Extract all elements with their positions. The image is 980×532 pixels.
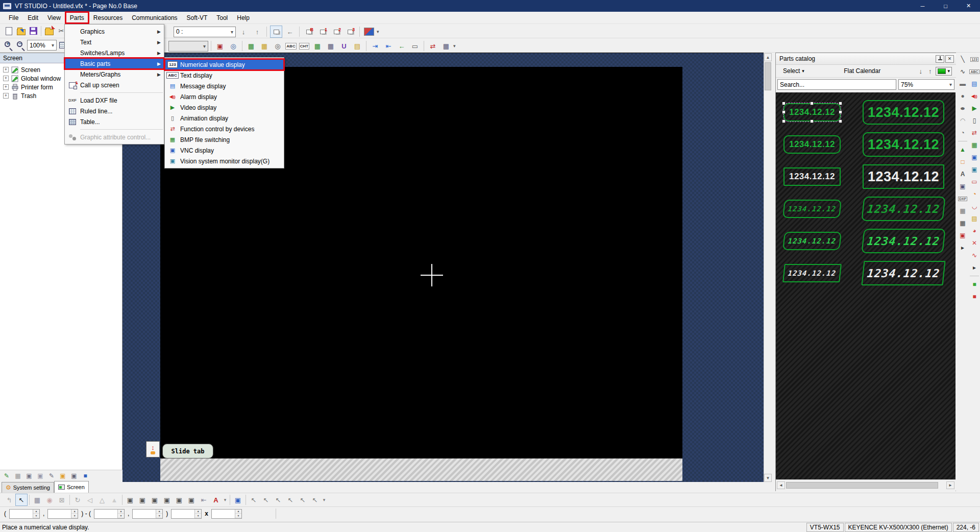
- freeline-icon[interactable]: ∿: [958, 66, 968, 77]
- catalog-item[interactable]: 1234.12.12: [783, 135, 841, 154]
- catalog-item[interactable]: 1234.12.12: [861, 229, 945, 253]
- select-cursor-icon[interactable]: ↖: [15, 494, 28, 506]
- trend-graph-icon[interactable]: ∿: [969, 250, 979, 260]
- export-button[interactable]: [43, 25, 55, 37]
- zoom-combo[interactable]: 100%▾: [27, 40, 57, 51]
- window-3-button[interactable]: 3: [344, 26, 356, 37]
- sector-icon[interactable]: ◔: [958, 128, 968, 138]
- align-right-icon[interactable]: ▣: [185, 494, 198, 506]
- open-screen-icon[interactable]: ▣: [58, 471, 68, 480]
- switch-red-icon[interactable]: ■: [969, 292, 979, 302]
- menu-soft-vt[interactable]: Soft-VT: [182, 12, 212, 23]
- scrollbar-thumb[interactable]: [786, 482, 938, 489]
- menu-item-table[interactable]: Table...: [65, 116, 164, 127]
- parts-color-button[interactable]: [363, 26, 375, 38]
- pick-display-icon[interactable]: ↖: [284, 494, 297, 506]
- polygon-icon[interactable]: ●: [958, 91, 968, 101]
- grid-plus-button[interactable]: ▦: [440, 40, 452, 52]
- swap-device-button[interactable]: ⇄: [427, 40, 439, 52]
- align-left-icon[interactable]: ▣: [173, 494, 185, 506]
- zoom-in-button[interactable]: +: [3, 39, 15, 52]
- memo-button[interactable]: ▤: [351, 40, 363, 52]
- underline-button[interactable]: U: [338, 40, 350, 52]
- message-display-icon[interactable]: ▤: [969, 79, 979, 89]
- jump-in-button[interactable]: ⇥: [369, 40, 381, 52]
- catalog-close-button[interactable]: ✕: [945, 55, 954, 63]
- more-draw-icon[interactable]: ▸: [958, 243, 968, 253]
- copy-screen-icon[interactable]: ▣: [24, 471, 34, 480]
- jump-out-button[interactable]: ⇤: [382, 40, 395, 52]
- pick-graph-icon[interactable]: ↖: [297, 494, 309, 506]
- submenu-item-text-display[interactable]: ABC Text display: [165, 70, 284, 81]
- x1-input[interactable]: ▲▼: [9, 509, 40, 519]
- submenu-item-function-control[interactable]: ⇄ Function control by devices: [165, 124, 284, 134]
- line-graph-icon[interactable]: ✕: [969, 238, 979, 248]
- menu-item-load-dxf[interactable]: DXF Load DXF file: [65, 95, 164, 106]
- tab-system-setting[interactable]: ⚙ System setting: [2, 482, 54, 493]
- chevron-down-icon[interactable]: ▾: [377, 29, 379, 34]
- scroll-left-icon[interactable]: ◄: [777, 481, 785, 489]
- width-input[interactable]: ▲▼: [171, 509, 202, 519]
- chevron-down-icon[interactable]: ▾: [453, 43, 456, 49]
- submenu-item-message-display[interactable]: ▤ Message display: [165, 81, 284, 91]
- catalog-item[interactable]: 1234.12.12: [783, 167, 841, 186]
- library-icon[interactable]: ■: [80, 471, 90, 480]
- vision-monitor-icon[interactable]: ▣: [969, 164, 979, 175]
- close-button[interactable]: ✕: [957, 0, 980, 12]
- category-next-button[interactable]: ↑: [926, 67, 934, 75]
- back-screen-button[interactable]: ←: [284, 26, 296, 38]
- catalog-item-selected[interactable]: 1234.12.12: [783, 103, 841, 122]
- ruled-line-icon[interactable]: ▦: [958, 206, 968, 216]
- submenu-item-video-display[interactable]: ▶ Video display: [165, 102, 284, 113]
- rectangle-icon[interactable]: ▬: [958, 79, 968, 89]
- device-link-icon[interactable]: ◉: [43, 494, 56, 506]
- grid-small-icon[interactable]: ▦: [13, 471, 23, 480]
- tank-icon[interactable]: ◡: [969, 201, 979, 211]
- text-display-icon[interactable]: ABC: [969, 66, 979, 77]
- catalog-item[interactable]: 1234.12.12: [863, 100, 944, 125]
- paste-screen-icon[interactable]: ▣: [35, 471, 45, 480]
- chevron-down-icon[interactable]: ▾: [321, 494, 327, 506]
- text-icon[interactable]: A: [958, 169, 968, 179]
- menu-resources[interactable]: Resources: [89, 12, 127, 23]
- abc-label-button[interactable]: ABC: [285, 40, 297, 52]
- chevron-down-icon[interactable]: ▾: [222, 494, 228, 506]
- pick-text-icon[interactable]: ↖: [309, 494, 321, 506]
- expand-icon[interactable]: +: [3, 93, 9, 99]
- menu-edit[interactable]: Edit: [23, 12, 43, 23]
- expand-icon[interactable]: +: [3, 67, 9, 72]
- style-combo[interactable]: ▾: [168, 41, 208, 52]
- switch-green-icon[interactable]: ■: [969, 279, 979, 289]
- menu-help[interactable]: Help: [232, 12, 254, 23]
- video-display-icon[interactable]: ▶: [969, 103, 979, 113]
- menu-item-graphic-attribute-control[interactable]: Graphic attribute control...: [65, 132, 164, 142]
- rotate-icon[interactable]: ↻: [71, 494, 84, 506]
- slide-tab[interactable]: Slide tab: [162, 444, 213, 458]
- line-icon[interactable]: ╲: [958, 54, 968, 64]
- group-icon[interactable]: ▣: [124, 494, 136, 506]
- menu-item-ruled-line[interactable]: Ruled line...: [65, 106, 164, 116]
- catalog-scrollbar[interactable]: ◄ ►: [776, 479, 955, 491]
- align-shape-icon[interactable]: ▲: [108, 494, 120, 506]
- delete-icon[interactable]: ⊠: [56, 494, 68, 506]
- submenu-item-vision-system-monitor[interactable]: ▣ Vision system monitor display(G): [165, 156, 284, 166]
- table-icon[interactable]: ▦: [958, 218, 968, 228]
- scroll-right-icon[interactable]: ►: [946, 481, 954, 489]
- snap-icon[interactable]: ⇤: [198, 494, 210, 506]
- pin-button[interactable]: [936, 55, 944, 63]
- category-prev-button[interactable]: ↓: [917, 67, 924, 75]
- callup-screen-icon[interactable]: ▣: [958, 230, 968, 240]
- window-1-button[interactable]: 1: [316, 26, 329, 37]
- submenu-item-numerical-value-display[interactable]: 123 Numerical value display: [165, 59, 284, 70]
- submenu-item-alarm-display[interactable]: ◀)) Alarm display: [165, 91, 284, 102]
- send-back-icon[interactable]: ▣: [161, 494, 173, 506]
- grid-yellow-button[interactable]: ▦: [258, 40, 271, 52]
- catalog-search-input[interactable]: [777, 79, 896, 90]
- bmp-switch-icon[interactable]: ▦: [969, 140, 979, 150]
- function-control-icon[interactable]: ⇄: [969, 128, 979, 138]
- arc-icon[interactable]: ◠: [958, 115, 968, 126]
- flip-v-icon[interactable]: △: [96, 494, 108, 506]
- monitor-view-button[interactable]: ▭: [409, 40, 421, 52]
- gauge-icon[interactable]: ◔: [969, 189, 979, 199]
- pick-lamp-icon[interactable]: ↖: [272, 494, 284, 506]
